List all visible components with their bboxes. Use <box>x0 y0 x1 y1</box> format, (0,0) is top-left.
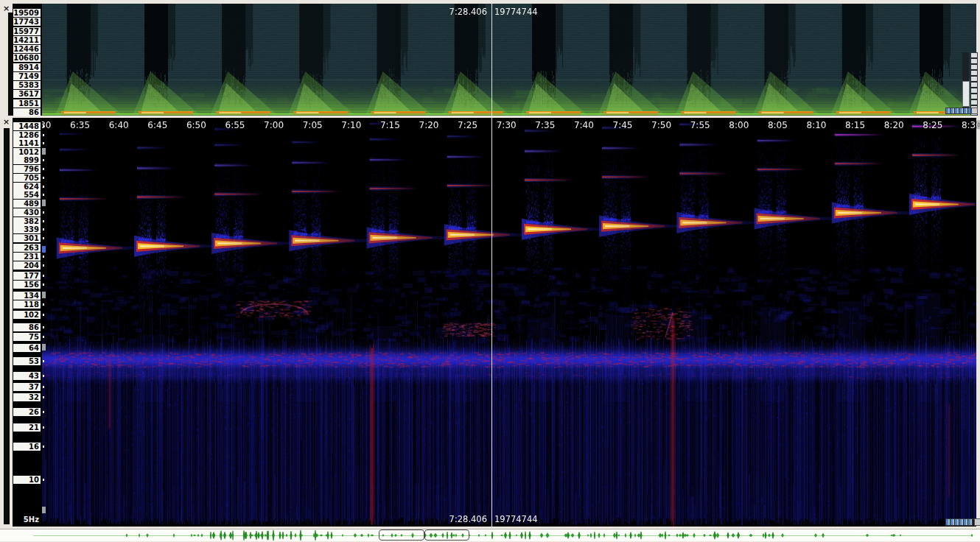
segment-endcap-button[interactable] <box>974 518 980 526</box>
horizontal-segment-control[interactable] <box>945 518 973 526</box>
scale-tick-mark <box>43 479 44 481</box>
freq-tick-label[interactable]: 17743 <box>13 18 41 26</box>
freq-tick-label[interactable]: 382 <box>13 217 41 225</box>
freq-tick-label[interactable]: 1141 <box>13 139 41 147</box>
freq-tick-label[interactable]: 64 <box>13 344 41 352</box>
freq-tick-label[interactable]: 796 <box>13 165 41 173</box>
freq-tick-label[interactable]: 3617 <box>13 90 41 98</box>
scale-slider-handle[interactable] <box>42 507 46 513</box>
freq-tick-label[interactable]: 156 <box>13 281 41 289</box>
freq-tick-label[interactable]: 1851 <box>13 99 41 108</box>
freq-tick-label[interactable]: 430 <box>13 208 41 217</box>
waveform-canvas[interactable] <box>0 529 980 541</box>
freq-tick-label[interactable]: 86 <box>13 323 41 331</box>
time-tick-label: 7:55 <box>690 120 710 130</box>
scale-tick-mark <box>43 264 44 267</box>
freq-tick-label[interactable]: 37 <box>13 383 41 391</box>
scale-tick-mark <box>43 211 44 214</box>
freq-tick-label[interactable]: 1286 <box>13 131 41 139</box>
freq-tick-label[interactable]: 624 <box>13 183 41 191</box>
freq-tick-label[interactable]: 301 <box>13 234 41 242</box>
freq-tick-label[interactable]: 86 <box>13 108 41 116</box>
spectrogram-canvas-low[interactable] <box>42 118 976 527</box>
scale-tick-mark <box>43 275 44 277</box>
freq-tick-label[interactable]: 10680 <box>13 54 41 62</box>
scale-tick-mark <box>43 360 44 362</box>
freq-tick-label[interactable]: 339 <box>13 225 41 233</box>
scale-tick-mark <box>43 194 44 196</box>
scale-tick-mark <box>43 186 44 188</box>
spectrogram-canvas-high[interactable] <box>42 4 976 116</box>
freq-tick-label[interactable]: 8914 <box>13 63 41 71</box>
time-tick-label: 7:00 <box>264 120 284 130</box>
freq-tick-label[interactable]: 204 <box>13 261 41 270</box>
freq-tick-label[interactable]: 1012 <box>13 148 41 156</box>
spectrogram-panel-low: × 6:306:356:406:456:506:557:007:057:107:… <box>0 118 980 527</box>
selection-box-right[interactable] <box>424 529 469 541</box>
scale-tick-mark <box>43 220 44 222</box>
freq-tick-label[interactable]: 5383 <box>13 81 41 89</box>
scale-slider-handle[interactable] <box>42 148 46 155</box>
freq-tick-label[interactable]: 14211 <box>13 36 41 44</box>
time-tick-label: 8:15 <box>845 120 865 130</box>
time-tick-label: 8:05 <box>768 120 788 130</box>
scale-slider-handle[interactable] <box>42 292 46 298</box>
cursor-time-label: 7:28.406 <box>449 7 487 17</box>
scale-tick-mark <box>43 375 44 377</box>
freq-tick-label[interactable]: 75 <box>13 333 41 341</box>
freq-tick-label[interactable]: 43 <box>13 372 41 380</box>
freq-tick-label[interactable]: 26 <box>13 408 41 416</box>
scale-tick-mark <box>43 396 44 398</box>
time-tick-label: 8:20 <box>884 120 904 130</box>
freq-tick-label[interactable]: 263 <box>13 244 41 252</box>
freq-tick-label[interactable]: 102 <box>13 311 41 319</box>
freq-tick-label[interactable]: 12446 <box>13 45 41 53</box>
horizontal-segment-control[interactable] <box>945 108 971 114</box>
scale-tick-mark <box>43 228 44 230</box>
freq-tick-label[interactable]: 705 <box>13 174 41 182</box>
freq-tick-label[interactable]: 231 <box>13 253 41 261</box>
freq-tick-label[interactable]: 1448 <box>13 122 41 130</box>
freq-tick-label[interactable]: 10 <box>13 476 41 484</box>
scale-tick-mark <box>43 303 44 306</box>
frequency-scale-high: 1950917743159771421112446106808914714953… <box>13 4 42 116</box>
time-tick-label: 7:10 <box>341 120 361 130</box>
overview-waveform-strip <box>0 529 980 541</box>
time-tick-label: 8:10 <box>807 120 827 130</box>
vertical-scrollbar-thumb[interactable] <box>962 81 970 107</box>
scale-slider-handle[interactable] <box>42 200 46 206</box>
segment-endcap-button[interactable] <box>971 108 978 114</box>
freq-tick-label[interactable]: 53 <box>13 357 41 365</box>
zoom-segment-control[interactable] <box>970 52 978 116</box>
time-tick-label: 8:30 <box>962 120 980 130</box>
scrollbar-trough[interactable] <box>4 128 10 524</box>
freq-tick-label[interactable]: 177 <box>13 272 41 280</box>
scale-tick-mark <box>43 426 44 429</box>
time-tick-label: 6:55 <box>225 120 245 130</box>
freq-floor-label: 5Hz <box>13 515 41 524</box>
freq-tick-label[interactable]: 899 <box>13 156 41 164</box>
freq-tick-label[interactable]: 19509 <box>13 9 41 17</box>
freq-tick-label[interactable]: 32 <box>13 393 41 401</box>
freq-tick-label[interactable]: 21 <box>13 423 41 432</box>
freq-tick-label[interactable]: 489 <box>13 200 41 208</box>
freq-tick-label[interactable]: 16 <box>13 443 41 451</box>
cursor-sample-label: 19774744 <box>494 514 538 524</box>
freq-tick-label[interactable]: 15977 <box>13 27 41 35</box>
scale-tick-mark <box>43 125 44 127</box>
scale-slider-handle[interactable] <box>42 246 46 253</box>
selection-box-left[interactable] <box>379 529 424 541</box>
scale-tick-mark <box>43 386 44 388</box>
freq-tick-label[interactable]: 118 <box>13 300 41 309</box>
freq-tick-label[interactable]: 554 <box>13 191 41 199</box>
freq-tick-label[interactable]: 7149 <box>13 72 41 80</box>
scale-tick-mark <box>43 142 44 144</box>
time-tick-label: 7:30 <box>497 120 517 130</box>
freq-tick-label[interactable]: 134 <box>13 292 41 300</box>
scale-slider-handle[interactable] <box>42 344 46 351</box>
close-icon[interactable]: × <box>3 5 10 13</box>
time-tick-label: 6:35 <box>70 120 90 130</box>
time-tick-label: 7:15 <box>380 120 400 130</box>
close-icon[interactable]: × <box>3 119 10 126</box>
scale-tick-mark <box>43 314 44 316</box>
